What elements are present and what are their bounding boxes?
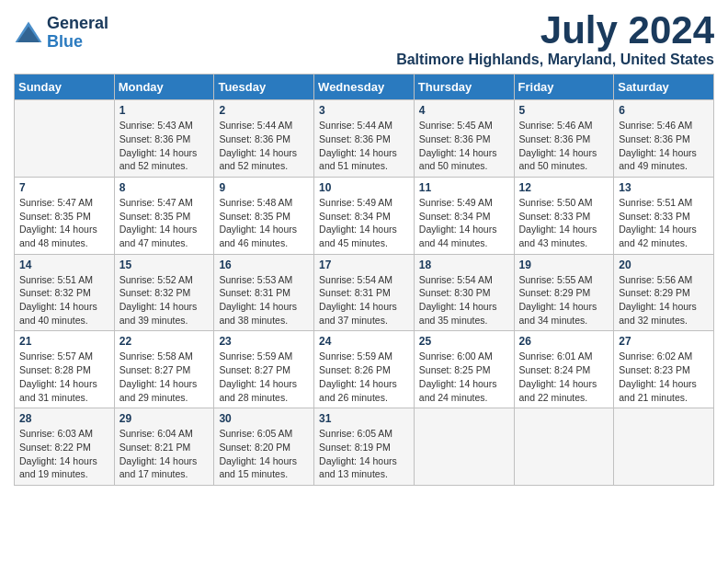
calendar-cell: 18Sunrise: 5:54 AM Sunset: 8:30 PM Dayli…: [414, 254, 514, 331]
day-number: 30: [219, 412, 309, 425]
day-info: Sunrise: 5:55 AM Sunset: 8:29 PM Dayligh…: [519, 273, 609, 327]
calendar-cell: 9Sunrise: 5:48 AM Sunset: 8:35 PM Daylig…: [214, 177, 314, 254]
calendar-cell: 20Sunrise: 5:56 AM Sunset: 8:29 PM Dayli…: [614, 254, 714, 331]
calendar-cell: 4Sunrise: 5:45 AM Sunset: 8:36 PM Daylig…: [414, 100, 514, 178]
day-info: Sunrise: 5:52 AM Sunset: 8:32 PM Dayligh…: [119, 273, 210, 327]
day-number: 16: [219, 259, 309, 271]
day-number: 8: [119, 181, 210, 194]
calendar-body: 1Sunrise: 5:43 AM Sunset: 8:36 PM Daylig…: [15, 100, 714, 486]
day-info: Sunrise: 5:44 AM Sunset: 8:36 PM Dayligh…: [219, 119, 309, 173]
day-number: 2: [219, 104, 309, 117]
day-info: Sunrise: 6:05 AM Sunset: 8:20 PM Dayligh…: [219, 427, 309, 481]
day-info: Sunrise: 5:46 AM Sunset: 8:36 PM Dayligh…: [519, 119, 609, 173]
day-info: Sunrise: 5:48 AM Sunset: 8:35 PM Dayligh…: [219, 196, 309, 250]
month-title: July 2024: [396, 9, 714, 52]
header-cell-thursday: Thursday: [414, 75, 514, 100]
day-number: 31: [319, 412, 409, 425]
day-number: 28: [19, 412, 109, 425]
day-info: Sunrise: 5:58 AM Sunset: 8:27 PM Dayligh…: [119, 350, 210, 404]
day-info: Sunrise: 5:43 AM Sunset: 8:36 PM Dayligh…: [119, 119, 210, 173]
day-number: 29: [119, 412, 210, 425]
week-row-1: 1Sunrise: 5:43 AM Sunset: 8:36 PM Daylig…: [15, 100, 714, 178]
week-row-2: 7Sunrise: 5:47 AM Sunset: 8:35 PM Daylig…: [15, 177, 714, 254]
day-info: Sunrise: 5:46 AM Sunset: 8:36 PM Dayligh…: [619, 119, 709, 173]
day-number: 15: [119, 259, 210, 271]
logo: General Blue: [14, 15, 108, 52]
calendar-cell: 15Sunrise: 5:52 AM Sunset: 8:32 PM Dayli…: [114, 254, 214, 331]
week-row-5: 28Sunrise: 6:03 AM Sunset: 8:22 PM Dayli…: [15, 408, 714, 486]
header-cell-friday: Friday: [514, 75, 614, 100]
day-info: Sunrise: 5:50 AM Sunset: 8:33 PM Dayligh…: [519, 196, 609, 250]
calendar-cell: 23Sunrise: 5:59 AM Sunset: 8:27 PM Dayli…: [214, 331, 314, 408]
week-row-3: 14Sunrise: 5:51 AM Sunset: 8:32 PM Dayli…: [15, 254, 714, 331]
calendar-cell: 17Sunrise: 5:54 AM Sunset: 8:31 PM Dayli…: [314, 254, 415, 331]
calendar-cell: 12Sunrise: 5:50 AM Sunset: 8:33 PM Dayli…: [514, 177, 614, 254]
day-number: 22: [119, 335, 210, 348]
header-row: SundayMondayTuesdayWednesdayThursdayFrid…: [15, 75, 714, 100]
calendar-cell: 1Sunrise: 5:43 AM Sunset: 8:36 PM Daylig…: [114, 100, 214, 178]
header-cell-saturday: Saturday: [614, 75, 714, 100]
calendar-cell: 30Sunrise: 6:05 AM Sunset: 8:20 PM Dayli…: [214, 408, 314, 486]
day-number: 18: [419, 259, 509, 271]
calendar-cell: 8Sunrise: 5:47 AM Sunset: 8:35 PM Daylig…: [114, 177, 214, 254]
day-number: 4: [419, 104, 509, 117]
header-cell-sunday: Sunday: [15, 75, 115, 100]
day-number: 21: [19, 335, 109, 348]
day-number: 3: [319, 104, 409, 117]
day-number: 7: [19, 181, 109, 194]
calendar-cell: 7Sunrise: 5:47 AM Sunset: 8:35 PM Daylig…: [15, 177, 115, 254]
calendar-header: SundayMondayTuesdayWednesdayThursdayFrid…: [15, 75, 714, 100]
calendar-cell: 16Sunrise: 5:53 AM Sunset: 8:31 PM Dayli…: [214, 254, 314, 331]
title-area: July 2024 Baltimore Highlands, Maryland,…: [396, 9, 714, 68]
day-number: 26: [519, 335, 609, 348]
calendar-cell: 21Sunrise: 5:57 AM Sunset: 8:28 PM Dayli…: [15, 331, 115, 408]
calendar-cell: 2Sunrise: 5:44 AM Sunset: 8:36 PM Daylig…: [214, 100, 314, 178]
day-info: Sunrise: 6:01 AM Sunset: 8:24 PM Dayligh…: [519, 350, 609, 404]
day-number: 24: [319, 335, 409, 348]
calendar-cell: 31Sunrise: 6:05 AM Sunset: 8:19 PM Dayli…: [314, 408, 415, 486]
calendar-cell: [514, 408, 614, 486]
week-row-4: 21Sunrise: 5:57 AM Sunset: 8:28 PM Dayli…: [15, 331, 714, 408]
day-info: Sunrise: 5:53 AM Sunset: 8:31 PM Dayligh…: [219, 273, 309, 327]
day-info: Sunrise: 6:04 AM Sunset: 8:21 PM Dayligh…: [119, 427, 210, 481]
calendar-cell: [614, 408, 714, 486]
calendar-cell: 6Sunrise: 5:46 AM Sunset: 8:36 PM Daylig…: [614, 100, 714, 178]
day-number: 9: [219, 181, 309, 194]
day-info: Sunrise: 5:54 AM Sunset: 8:30 PM Dayligh…: [419, 273, 509, 327]
day-info: Sunrise: 5:49 AM Sunset: 8:34 PM Dayligh…: [419, 196, 509, 250]
day-info: Sunrise: 5:47 AM Sunset: 8:35 PM Dayligh…: [119, 196, 210, 250]
location-title: Baltimore Highlands, Maryland, United St…: [396, 52, 714, 68]
calendar-cell: [414, 408, 514, 486]
day-info: Sunrise: 5:45 AM Sunset: 8:36 PM Dayligh…: [419, 119, 509, 173]
day-number: 5: [519, 104, 609, 117]
day-number: 23: [219, 335, 309, 348]
day-number: 17: [319, 259, 409, 271]
day-info: Sunrise: 6:05 AM Sunset: 8:19 PM Dayligh…: [319, 427, 409, 481]
day-number: 20: [619, 259, 709, 271]
day-number: 10: [319, 181, 409, 194]
day-info: Sunrise: 5:51 AM Sunset: 8:33 PM Dayligh…: [619, 196, 709, 250]
calendar-cell: 24Sunrise: 5:59 AM Sunset: 8:26 PM Dayli…: [314, 331, 415, 408]
calendar-cell: 27Sunrise: 6:02 AM Sunset: 8:23 PM Dayli…: [614, 331, 714, 408]
calendar-cell: 22Sunrise: 5:58 AM Sunset: 8:27 PM Dayli…: [114, 331, 214, 408]
logo-text: General Blue: [47, 15, 108, 52]
day-number: 11: [419, 181, 509, 194]
day-number: 1: [119, 104, 210, 117]
day-number: 27: [619, 335, 709, 348]
day-info: Sunrise: 5:51 AM Sunset: 8:32 PM Dayligh…: [19, 273, 109, 327]
calendar-cell: 29Sunrise: 6:04 AM Sunset: 8:21 PM Dayli…: [114, 408, 214, 486]
day-info: Sunrise: 5:59 AM Sunset: 8:26 PM Dayligh…: [319, 350, 409, 404]
logo-line1: General: [47, 15, 108, 33]
calendar-cell: 19Sunrise: 5:55 AM Sunset: 8:29 PM Dayli…: [514, 254, 614, 331]
day-info: Sunrise: 5:59 AM Sunset: 8:27 PM Dayligh…: [219, 350, 309, 404]
calendar-cell: 14Sunrise: 5:51 AM Sunset: 8:32 PM Dayli…: [15, 254, 115, 331]
day-info: Sunrise: 6:00 AM Sunset: 8:25 PM Dayligh…: [419, 350, 509, 404]
calendar-cell: 11Sunrise: 5:49 AM Sunset: 8:34 PM Dayli…: [414, 177, 514, 254]
calendar-cell: 3Sunrise: 5:44 AM Sunset: 8:36 PM Daylig…: [314, 100, 415, 178]
day-info: Sunrise: 5:47 AM Sunset: 8:35 PM Dayligh…: [19, 196, 109, 250]
logo-icon: [14, 20, 43, 46]
calendar-cell: 13Sunrise: 5:51 AM Sunset: 8:33 PM Dayli…: [614, 177, 714, 254]
calendar-cell: 28Sunrise: 6:03 AM Sunset: 8:22 PM Dayli…: [15, 408, 115, 486]
day-number: 19: [519, 259, 609, 271]
calendar-cell: 25Sunrise: 6:00 AM Sunset: 8:25 PM Dayli…: [414, 331, 514, 408]
